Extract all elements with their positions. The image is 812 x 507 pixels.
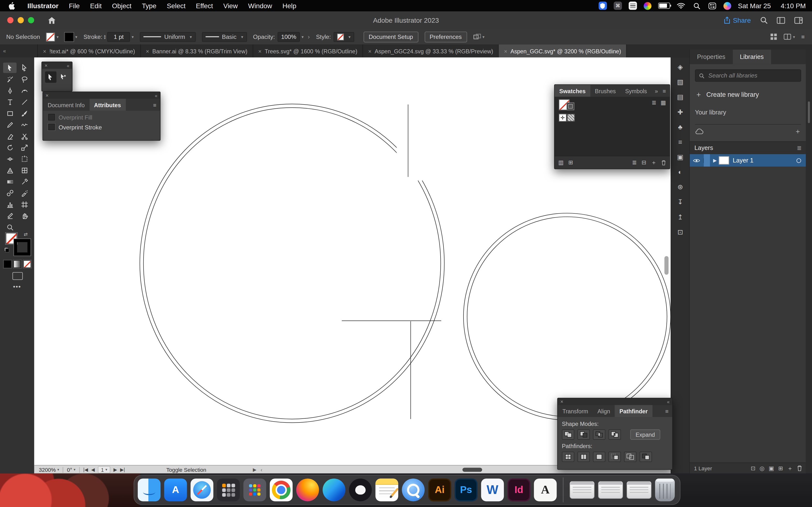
blend-tool[interactable] bbox=[3, 188, 17, 198]
layer-visibility-toggle[interactable] bbox=[690, 158, 704, 163]
dock-quicktime-icon[interactable] bbox=[402, 478, 424, 501]
swatch-options-icon[interactable]: ≣ bbox=[632, 159, 637, 166]
opacity-value[interactable]: 100% bbox=[277, 32, 300, 42]
pathfinder-crop-button[interactable] bbox=[609, 452, 621, 462]
eraser-tool[interactable] bbox=[3, 131, 17, 141]
layer-expand-chevron[interactable]: ▶ bbox=[713, 158, 717, 163]
panel-menu-icon[interactable]: ≡ bbox=[663, 88, 670, 94]
close-icon[interactable]: × bbox=[45, 62, 48, 68]
tab-brushes[interactable]: Brushes bbox=[590, 85, 620, 97]
close-tab-icon[interactable]: × bbox=[146, 48, 149, 54]
pathfinder-divide-button[interactable] bbox=[562, 452, 574, 462]
dock-calculator-icon[interactable] bbox=[217, 478, 240, 501]
menu-effect[interactable]: Effect bbox=[191, 2, 218, 10]
document-arrange-icon[interactable]: ▾ bbox=[784, 34, 795, 40]
artboard-tool[interactable] bbox=[18, 199, 31, 210]
group-selection-tool[interactable] bbox=[58, 71, 69, 83]
color-guide-panel-icon[interactable]: ▧ bbox=[674, 76, 686, 87]
dock-minimized-window-1-icon[interactable] bbox=[570, 481, 595, 499]
menu-type[interactable]: Type bbox=[137, 2, 162, 10]
brushes-panel-icon[interactable]: ✚ bbox=[674, 107, 686, 117]
library-search-input[interactable] bbox=[707, 72, 797, 79]
tab-transform[interactable]: Transform bbox=[558, 405, 593, 417]
new-swatch-icon[interactable]: ＋ bbox=[651, 159, 657, 166]
share-button[interactable]: Share bbox=[724, 16, 751, 24]
document-tab-3[interactable]: ×Trees.svg* @ 1600 % (RGB/Outline) bbox=[253, 44, 363, 57]
dock-app-store-icon[interactable]: A bbox=[164, 478, 187, 501]
menu-help[interactable]: Help bbox=[277, 2, 301, 10]
layer-thumbnail[interactable] bbox=[719, 156, 729, 164]
document-setup-button[interactable]: Document Setup bbox=[363, 32, 418, 42]
color-mode-button[interactable] bbox=[3, 260, 11, 268]
line-segment-tool[interactable] bbox=[18, 97, 31, 107]
tab-libraries[interactable]: Libraries bbox=[733, 50, 771, 64]
battery-icon[interactable] bbox=[658, 3, 670, 9]
dock-edge-icon[interactable] bbox=[323, 478, 345, 501]
overprint-stroke-checkbox[interactable] bbox=[48, 124, 55, 130]
menu-illustrator[interactable]: Illustrator bbox=[22, 2, 63, 10]
dock-indesign-icon[interactable]: Id bbox=[507, 478, 530, 501]
swatch-libraries-icon[interactable]: ▥ bbox=[558, 159, 564, 166]
variable-width-profile-dropdown[interactable]: Uniform▾ bbox=[140, 32, 196, 42]
document-tab-1[interactable]: ×!text.ai* @ 600 % (CMYK/Outline) bbox=[38, 44, 141, 57]
pathfinder-merge-button[interactable] bbox=[593, 452, 605, 462]
menu-edit[interactable]: Edit bbox=[85, 2, 107, 10]
isolate-selection-control[interactable]: ▾ bbox=[473, 33, 485, 40]
collect-for-export-icon[interactable]: ⊡ bbox=[751, 465, 755, 471]
collapse-icon[interactable]: « bbox=[667, 399, 670, 404]
expand-button[interactable]: Expand bbox=[630, 430, 660, 440]
apple-menu-icon[interactable] bbox=[8, 2, 15, 10]
dock-finder-icon[interactable] bbox=[138, 478, 160, 501]
shape-mode-intersect-button[interactable] bbox=[593, 430, 605, 440]
gradient-panel-icon[interactable]: ⊛ bbox=[674, 181, 686, 192]
new-layer-icon[interactable]: ＋ bbox=[787, 464, 793, 472]
pathfinder-outline-button[interactable] bbox=[624, 452, 636, 462]
dock-github-icon[interactable] bbox=[349, 478, 372, 501]
layer-name[interactable]: Layer 1 bbox=[733, 157, 754, 164]
close-icon[interactable]: × bbox=[46, 93, 49, 99]
scissors-tool[interactable] bbox=[18, 131, 31, 141]
swatch-pattern[interactable] bbox=[567, 114, 575, 121]
delete-layer-icon[interactable] bbox=[797, 465, 802, 471]
stroke-color-control[interactable]: ▾ bbox=[65, 32, 77, 41]
tab-symbols[interactable]: Symbols bbox=[620, 85, 652, 97]
shape-mode-exclude-button[interactable] bbox=[609, 430, 621, 440]
control-bar-menu-icon[interactable]: ≡ bbox=[801, 34, 805, 40]
dock-safari-icon[interactable] bbox=[191, 478, 213, 501]
cloud-sync-icon[interactable] bbox=[695, 128, 704, 134]
appearance-panel-icon[interactable]: ◐ bbox=[674, 167, 686, 177]
document-tab-2[interactable]: ×Banner.ai @ 8.33 % (RGB/Trim View) bbox=[141, 44, 253, 57]
eyedropper-tool[interactable] bbox=[18, 176, 31, 187]
swap-fill-stroke-icon[interactable]: ⇄ bbox=[24, 232, 28, 237]
dock-font-book-icon[interactable]: A bbox=[534, 478, 557, 501]
pathfinder-trim-button[interactable] bbox=[577, 452, 590, 462]
dock-illustrator-icon[interactable]: Ai bbox=[428, 478, 451, 501]
graphic-style-dropdown[interactable]: ▾ bbox=[334, 32, 354, 42]
menu-view[interactable]: View bbox=[218, 2, 243, 10]
artboards-panel-icon[interactable]: ▣ bbox=[674, 152, 686, 162]
magic-wand-tool[interactable] bbox=[3, 74, 17, 84]
rectangle-tool[interactable] bbox=[3, 108, 17, 119]
close-tab-icon[interactable]: × bbox=[504, 48, 507, 54]
panel-scrollbar-thumb[interactable] bbox=[808, 101, 810, 123]
layer-selection-column[interactable] bbox=[704, 154, 710, 167]
list-view-icon[interactable]: ≣ bbox=[652, 99, 657, 106]
close-tab-icon[interactable]: × bbox=[43, 48, 46, 54]
tab-document-info[interactable]: Document Info bbox=[43, 99, 89, 111]
next-artboard-icon[interactable]: ▶ bbox=[113, 467, 117, 472]
tab-pathfinder[interactable]: Pathfinder bbox=[615, 405, 652, 417]
default-fill-stroke-icon[interactable] bbox=[4, 247, 9, 252]
tab-align[interactable]: Align bbox=[593, 405, 615, 417]
dock-photoshop-icon[interactable]: Ps bbox=[455, 478, 477, 501]
symbols-panel-icon[interactable]: ♣ bbox=[674, 122, 686, 132]
column-graph-tool[interactable] bbox=[3, 199, 17, 210]
edit-toolbar-ellipsis[interactable]: ••• bbox=[0, 283, 34, 290]
dock-minimized-window-3-icon[interactable] bbox=[627, 481, 652, 499]
previous-artboard-icon[interactable]: ◀ bbox=[91, 467, 95, 472]
pen-tool[interactable] bbox=[3, 86, 17, 96]
opacity-panel-chevron[interactable]: › bbox=[308, 34, 310, 40]
siri-icon[interactable] bbox=[723, 2, 731, 10]
first-artboard-icon[interactable]: |◀ bbox=[83, 467, 88, 472]
dock-launchpad-icon[interactable] bbox=[243, 478, 266, 501]
curvature-tool[interactable] bbox=[18, 86, 31, 96]
